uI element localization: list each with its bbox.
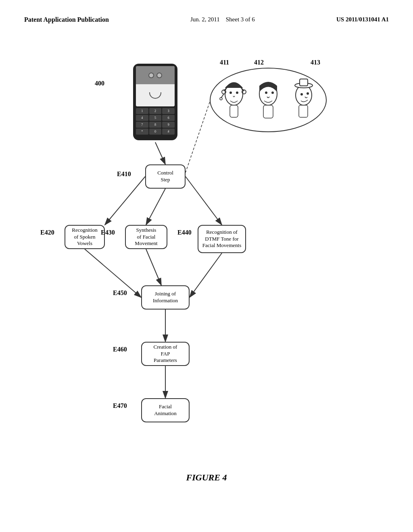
svg-point-12 — [229, 91, 232, 94]
key-2: 2 — [149, 108, 162, 114]
svg-line-4 — [186, 177, 222, 225]
diagram-arrows — [0, 31, 413, 507]
patent-number: US 2011/0131041 A1 — [336, 16, 389, 23]
svg-point-19 — [265, 91, 267, 94]
key-6: 6 — [162, 115, 175, 121]
box-e470-text: FacialAnimation — [154, 403, 177, 417]
faces-oval — [210, 68, 327, 132]
svg-line-7 — [190, 253, 222, 297]
key-3: 3 — [162, 108, 175, 114]
step-label-e440: E440 — [177, 229, 192, 236]
svg-rect-24 — [300, 79, 308, 86]
box-e460-text: Creation ofFAPParameters — [154, 344, 177, 364]
box-e440: Recognition ofDTMF Tone forFacial Moveme… — [198, 225, 246, 253]
svg-line-1 — [186, 102, 210, 172]
key-4: 4 — [136, 115, 148, 121]
date: Jun. 2, 2011 — [190, 16, 220, 23]
face-411 — [219, 76, 249, 124]
label-413: 413 — [311, 59, 320, 66]
svg-point-25 — [300, 93, 303, 96]
sheet: Sheet 3 of 6 — [226, 16, 255, 23]
box-e430-text: Synthesisof FacialMovement — [135, 227, 157, 247]
publication-title: Patent Application Publication — [24, 16, 109, 23]
key-5: 5 — [149, 115, 162, 121]
step-label-e420: E420 — [40, 229, 54, 236]
phone-screen-bottom — [136, 84, 175, 106]
label-411: 411 — [220, 59, 229, 66]
svg-point-20 — [271, 91, 274, 94]
step-label-e470: E470 — [113, 402, 127, 409]
step-label-e430: E430 — [101, 229, 115, 236]
face-413 — [288, 76, 318, 124]
key-star: * — [136, 129, 148, 135]
box-e420: Recognitionof SpokenVowels — [65, 225, 105, 249]
phone-device: 1 2 3 4 5 6 7 8 9 * 0 # — [133, 64, 177, 140]
svg-line-2 — [146, 189, 165, 225]
svg-point-26 — [307, 92, 309, 95]
label-412: 412 — [254, 59, 264, 66]
step-label-e410: E410 — [117, 170, 131, 178]
phone-screen — [136, 66, 175, 106]
svg-line-6 — [146, 249, 161, 285]
key-7: 7 — [136, 122, 148, 128]
svg-rect-17 — [230, 105, 238, 117]
box-e420-text: Recognitionof SpokenVowels — [72, 227, 98, 247]
svg-line-3 — [105, 177, 145, 225]
phone-circle-right — [156, 73, 162, 78]
label-400: 400 — [95, 80, 104, 87]
key-1: 1 — [136, 108, 148, 114]
face-412 — [253, 76, 284, 124]
key-hash: # — [162, 129, 175, 135]
svg-line-0 — [155, 142, 165, 164]
phone-circle-left — [148, 73, 154, 78]
box-e410-text: ControlStep — [157, 170, 173, 183]
box-e440-text: Recognition ofDTMF Tone forFacial Moveme… — [202, 229, 241, 249]
box-e470: FacialAnimation — [141, 398, 190, 422]
key-0: 0 — [149, 129, 162, 135]
date-sheet: Jun. 2, 2011 Sheet 3 of 6 — [190, 16, 255, 23]
svg-rect-21 — [263, 105, 273, 118]
box-e450-text: Joining ofInformation — [153, 291, 178, 304]
step-label-e450: E450 — [113, 289, 127, 297]
figure-caption: FIGURE 4 — [0, 472, 413, 483]
diagram-area: 1 2 3 4 5 6 7 8 9 * 0 # 400 — [0, 31, 413, 507]
box-e410: ControlStep — [145, 164, 186, 189]
phone-smile-icon — [149, 92, 161, 99]
page-header: Patent Application Publication Jun. 2, 2… — [0, 0, 413, 23]
box-e450: Joining ofInformation — [141, 285, 190, 310]
box-e430: Synthesisof FacialMovement — [125, 225, 167, 249]
box-e460: Creation ofFAPParameters — [141, 342, 190, 366]
phone-keypad: 1 2 3 4 5 6 7 8 9 * 0 # — [136, 108, 175, 135]
key-9: 9 — [162, 122, 175, 128]
key-8: 8 — [149, 122, 162, 128]
step-label-e460: E460 — [113, 346, 127, 353]
svg-rect-27 — [299, 105, 308, 117]
svg-point-13 — [236, 91, 238, 94]
phone-screen-top — [136, 66, 175, 84]
